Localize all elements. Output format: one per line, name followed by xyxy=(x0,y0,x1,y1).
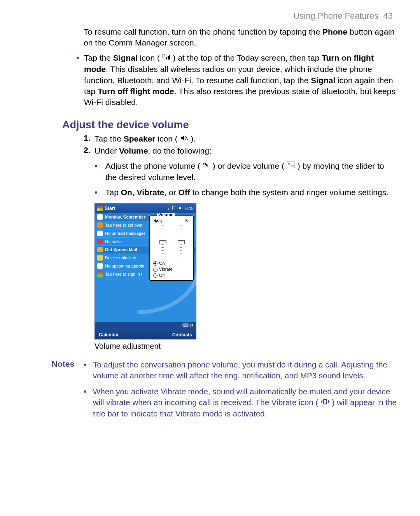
titlebar: Start ↕ 6:18 xyxy=(95,204,196,213)
radio-vibrate[interactable]: Vibrate xyxy=(153,266,191,272)
sub-bullet-list: • Adjust the phone volume ( ) or device … xyxy=(94,161,397,198)
clock-time: 6:18 xyxy=(186,206,194,211)
list-number: 1. xyxy=(84,133,94,143)
notes-block: Notes • To adjust the conversation phone… xyxy=(23,359,397,425)
text: No tasks xyxy=(105,239,122,244)
radio-icon xyxy=(153,268,158,272)
start-label: Start xyxy=(105,206,115,211)
radio-on[interactable]: On xyxy=(153,261,191,266)
page-number: 43 xyxy=(383,11,393,21)
notes-label: Notes xyxy=(23,359,84,425)
text: Adjust the phone volume ( xyxy=(105,161,203,170)
mail-icon xyxy=(97,231,103,236)
slider-thumb[interactable] xyxy=(159,240,166,244)
note-text: To adjust the conversation phone volume,… xyxy=(93,359,397,381)
svg-rect-8 xyxy=(325,403,326,404)
note-item-2: • When you activate Vibrate mode, sound … xyxy=(84,386,397,419)
text: , or xyxy=(164,188,178,197)
bullet-item: • Tap the Signal icon ( ) at the top of … xyxy=(76,52,397,108)
bullet-marker: • xyxy=(84,387,93,396)
speaker-icon xyxy=(180,133,189,144)
list-body: Tap the Speaker icon ( ). xyxy=(94,133,397,145)
device-volume-slider[interactable] xyxy=(161,226,164,259)
sub-bullet-2: • Tap On, Vibrate, or Off to change both… xyxy=(94,187,397,198)
device-screenshot: Start ↕ 6:18 Monday, September Tap here … xyxy=(94,203,397,339)
text: ). xyxy=(189,134,196,143)
note-text: When you activate Vibrate mode, sound wi… xyxy=(93,386,397,419)
text: Device unlocked xyxy=(105,255,136,260)
msn-icon xyxy=(97,271,103,277)
popup-title: Volume xyxy=(157,213,175,217)
device-vol-icon: �◁ xyxy=(154,219,161,224)
bold-flight-off: Turn off flight mode xyxy=(98,87,174,96)
globe-icon xyxy=(97,214,103,220)
text: icon ( xyxy=(155,134,180,143)
radio-icon xyxy=(153,261,158,266)
text: ) at the top of the Today screen, then t… xyxy=(171,53,322,62)
sync-icon: ↕ xyxy=(168,206,170,211)
text: ) or device volume ( xyxy=(210,161,287,170)
signal-icon xyxy=(162,52,171,63)
phone-volume-slider[interactable] xyxy=(180,226,182,259)
today-body: Monday, September Tap here to set own No… xyxy=(95,213,196,322)
list-item-2: 2. Under Volume, do the following: xyxy=(84,145,397,156)
signal-status-icon xyxy=(172,206,176,211)
svg-text:5xxx: 5xxx xyxy=(290,164,295,167)
intro-paragraph: To resume call function, turn on the pho… xyxy=(84,26,397,49)
system-tray: ⬚ ⌨ ◔ xyxy=(95,322,196,331)
text: to change both the system and ringer vol… xyxy=(190,188,388,197)
section-name: Using Phone Features xyxy=(293,11,378,21)
running-header: Using Phone Features 43 xyxy=(23,11,397,21)
note-item-1: • To adjust the conversation phone volum… xyxy=(84,359,397,381)
bold-volume: Volume xyxy=(119,146,148,155)
label: On xyxy=(159,261,165,266)
page-body: Using Phone Features 43 To resume call f… xyxy=(0,0,420,440)
label: Off xyxy=(159,273,164,278)
bold-signal: Signal xyxy=(113,53,138,62)
text: icon ( xyxy=(138,53,162,62)
text: Tap the xyxy=(94,134,124,143)
bullet-text: Tap the Signal icon ( ) at the top of th… xyxy=(84,52,397,108)
speaker-status-icon xyxy=(178,206,183,211)
screenshot-frame: Start ↕ 6:18 Monday, September Tap here … xyxy=(94,203,196,339)
person-icon xyxy=(97,222,103,228)
text: No unread messages xyxy=(105,231,146,236)
text: Under xyxy=(94,146,119,155)
bullet-marker: • xyxy=(76,54,84,62)
bullet-marker: • xyxy=(94,188,105,197)
bullet-marker: • xyxy=(94,162,105,170)
text: Tap the xyxy=(84,53,113,62)
text: To resume call function, turn on the pho… xyxy=(84,27,322,36)
volume-popup: Volume �◁ On Vibrate Off xyxy=(149,215,194,281)
slider-thumb[interactable] xyxy=(178,240,185,244)
text: , xyxy=(132,188,137,197)
ordered-list: 1. Tap the Speaker icon ( ). 2. Under Vo… xyxy=(84,133,397,157)
bold-off: Off xyxy=(178,188,190,197)
svg-rect-2 xyxy=(169,55,170,59)
text: Tap here to sign in t xyxy=(105,272,142,276)
text: , do the following: xyxy=(148,146,211,155)
list-item-1: 1. Tap the Speaker icon ( ). xyxy=(84,133,397,145)
lock-icon xyxy=(97,255,103,261)
date-text: Monday, September xyxy=(105,215,145,219)
softkey-right[interactable]: Contacts xyxy=(172,332,192,338)
bold-speaker: Speaker xyxy=(124,134,156,143)
sub-text: Adjust the phone volume ( ) or device vo… xyxy=(105,161,397,183)
bullet-marker: • xyxy=(84,360,93,369)
radio-off[interactable]: Off xyxy=(153,273,191,278)
device-volume-icon: 5xxx xyxy=(287,160,295,171)
list-number: 2. xyxy=(84,145,94,155)
bold-on: On xyxy=(121,188,132,197)
label: Vibrate xyxy=(159,266,173,272)
softkey-left[interactable]: Calendar xyxy=(99,332,119,338)
bold-vibrate: Vibrate xyxy=(137,188,164,197)
svg-rect-5 xyxy=(288,163,290,164)
notes-items: • To adjust the conversation phone volum… xyxy=(84,359,397,425)
bold-phone: Phone xyxy=(322,27,347,36)
heading-adjust-volume: Adjust the device volume xyxy=(62,119,397,131)
sub-text: Tap On, Vibrate, or Off to change both t… xyxy=(105,187,397,198)
svg-rect-1 xyxy=(168,56,169,59)
start-flag-icon xyxy=(97,206,103,211)
radio-icon xyxy=(153,273,158,278)
vibrate-icon xyxy=(320,397,330,408)
